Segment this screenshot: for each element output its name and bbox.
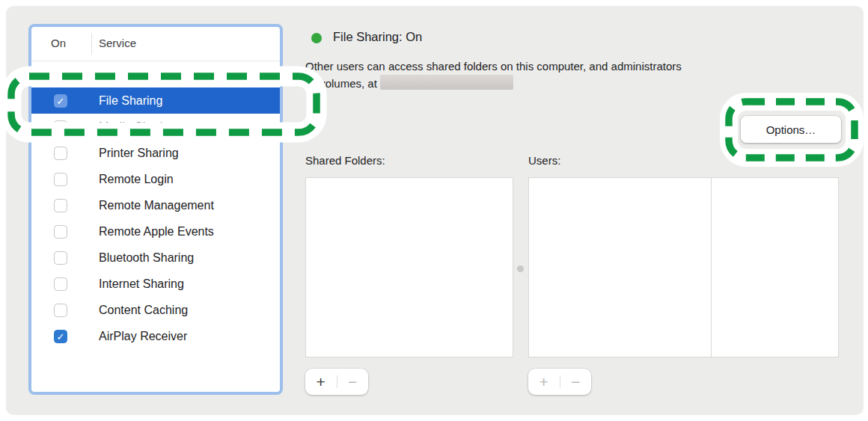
users-list-column-divider <box>711 178 712 357</box>
remove-shared-folder-button[interactable]: − <box>337 369 369 395</box>
remove-user-button[interactable]: − <box>560 369 592 395</box>
description-line2: all volumes, at <box>305 77 377 90</box>
checkbox-file-sharing[interactable]: ✓ <box>54 94 67 108</box>
column-header-on: On <box>51 37 66 49</box>
service-row-content-caching[interactable]: Content Caching <box>31 297 280 323</box>
users-list[interactable] <box>528 177 839 357</box>
checkbox-media-sharing[interactable] <box>54 120 67 134</box>
users-add-remove: + − <box>528 369 591 395</box>
users-label: Users: <box>528 154 560 167</box>
shared-folders-add-remove: + − <box>305 369 368 395</box>
service-row-bluetooth-sharing[interactable]: Bluetooth Sharing <box>31 245 280 271</box>
splitter-handle[interactable] <box>517 265 524 272</box>
service-label: Internet Sharing <box>99 277 184 291</box>
checkbox-airplay-receiver[interactable]: ✓ <box>54 330 67 343</box>
service-row-internet-sharing[interactable]: Internet Sharing <box>31 271 280 297</box>
checkbox-remote-apple-events[interactable] <box>54 225 67 239</box>
service-label: File Sharing <box>99 94 162 108</box>
service-row-printer-sharing[interactable]: Printer Sharing <box>31 140 280 166</box>
status-green-dot-icon <box>311 33 322 43</box>
checkbox-bluetooth-sharing[interactable] <box>54 251 67 265</box>
add-shared-folder-button[interactable]: + <box>305 369 337 395</box>
service-label: Remote Apple Events <box>99 225 214 239</box>
checkbox-screen-sharing[interactable] <box>54 68 67 82</box>
checkbox-printer-sharing[interactable] <box>54 147 67 160</box>
service-row-remote-apple-events[interactable]: Remote Apple Events <box>31 218 280 245</box>
service-label: Remote Login <box>99 173 174 186</box>
service-row-screen-sharing[interactable]: Screen Sharing <box>31 61 280 87</box>
service-label: Bluetooth Sharing <box>99 251 194 265</box>
service-label: Printer Sharing <box>99 147 179 160</box>
checkbox-remote-login[interactable] <box>54 173 67 186</box>
service-row-remote-management[interactable]: Remote Management <box>31 192 280 218</box>
description-text: Other users can access shared folders on… <box>305 58 868 92</box>
shared-folders-label: Shared Folders: <box>305 154 385 167</box>
shared-folders-list[interactable] <box>305 177 513 357</box>
checkbox-internet-sharing[interactable] <box>54 277 67 291</box>
column-divider <box>91 33 92 55</box>
service-list-header: On Service <box>31 27 280 61</box>
service-label: Media Sharing <box>99 120 176 134</box>
service-label: AirPlay Receiver <box>99 330 187 343</box>
service-label: Remote Management <box>99 199 214 212</box>
service-list-rows: Screen Sharing✓File SharingMedia Sharing… <box>31 61 280 349</box>
service-list-focus-ring: On Service Screen Sharing✓File SharingMe… <box>28 24 283 395</box>
checkbox-content-caching[interactable] <box>54 304 67 317</box>
add-user-button[interactable]: + <box>528 369 560 395</box>
redacted-address <box>380 75 513 90</box>
service-row-media-sharing[interactable]: Media Sharing <box>31 114 280 140</box>
options-button[interactable]: Options… <box>741 116 841 143</box>
service-list[interactable]: On Service Screen Sharing✓File SharingMe… <box>31 27 280 392</box>
status-title: File Sharing: On <box>333 30 422 44</box>
service-row-airplay-receiver[interactable]: ✓AirPlay Receiver <box>31 323 280 349</box>
checkbox-remote-management[interactable] <box>54 199 67 212</box>
service-label: Screen Sharing <box>99 68 181 82</box>
service-label: Content Caching <box>99 304 188 317</box>
service-row-remote-login[interactable]: Remote Login <box>31 166 280 192</box>
column-header-service: Service <box>99 37 136 49</box>
description-line1: Other users can access shared folders on… <box>305 60 682 73</box>
service-row-file-sharing[interactable]: ✓File Sharing <box>31 87 280 114</box>
